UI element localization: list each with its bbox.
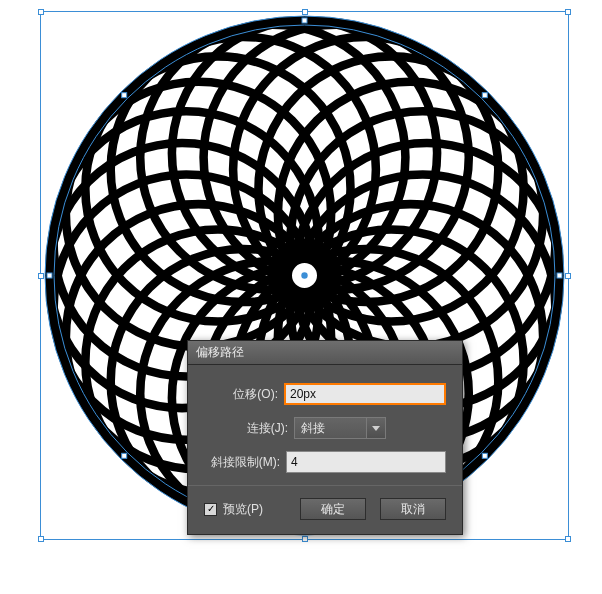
offset-path-dialog: 偏移路径 位移(O): 连接(J): 斜接 斜接限制(M): ✓ 预览(P) 确…: [187, 340, 463, 535]
divider: [188, 485, 462, 486]
offset-label: 位移(O):: [204, 386, 284, 403]
join-select-value: 斜接: [294, 417, 366, 439]
miterlimit-label: 斜接限制(M):: [204, 454, 286, 471]
join-select[interactable]: 斜接: [294, 417, 386, 439]
miterlimit-input[interactable]: [286, 451, 446, 473]
cancel-button[interactable]: 取消: [380, 498, 446, 520]
svg-rect-32: [122, 453, 127, 458]
offset-input[interactable]: [284, 383, 446, 405]
chevron-down-icon[interactable]: [366, 417, 386, 439]
svg-rect-27: [302, 18, 307, 23]
dialog-title: 偏移路径: [196, 345, 244, 359]
svg-rect-33: [47, 273, 52, 278]
join-label: 连接(J):: [204, 420, 294, 437]
preview-label: 预览(P): [223, 501, 263, 518]
dialog-body: 位移(O): 连接(J): 斜接 斜接限制(M): ✓ 预览(P) 确定 取消: [188, 365, 462, 534]
dialog-titlebar[interactable]: 偏移路径: [188, 341, 462, 365]
svg-rect-28: [482, 93, 487, 98]
svg-rect-29: [557, 273, 562, 278]
svg-point-36: [301, 272, 307, 278]
ok-button[interactable]: 确定: [300, 498, 366, 520]
preview-checkbox[interactable]: ✓: [204, 503, 217, 516]
svg-rect-34: [122, 93, 127, 98]
svg-rect-30: [482, 453, 487, 458]
